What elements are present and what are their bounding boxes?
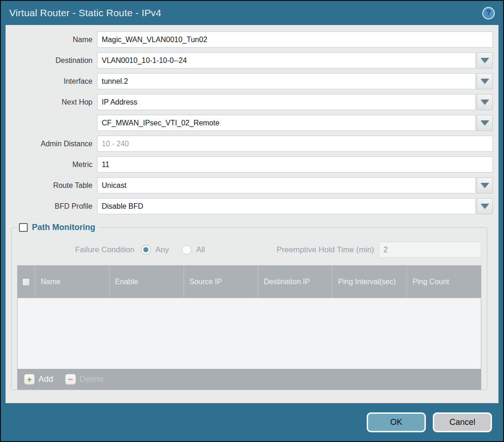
column-header-source-ip[interactable]: Source IP [184,266,258,298]
chevron-down-icon [481,183,489,188]
radio-all-label: All [196,245,205,255]
radio-all[interactable] [182,245,191,255]
radio-any[interactable] [141,245,151,255]
route-table-label: Route Table [6,181,97,190]
bfd-profile-input[interactable] [97,198,476,214]
form-row-next-hop: Next Hop [6,94,493,110]
column-header-ping-count[interactable]: Ping Count [406,266,481,298]
name-input[interactable] [97,31,493,48]
chevron-down-icon [481,79,489,84]
path-monitoring-section: Path Monitoring Failure Condition Any Al… [11,223,487,390]
column-header-ping-interval[interactable]: Ping Interval(sec) [332,266,406,298]
form-row-interface: Interface [6,73,493,89]
bfd-profile-label: BFD Profile [6,202,97,211]
next-hop-label: Next Hop [6,98,97,106]
route-table-dropdown-button[interactable] [477,177,493,193]
dialog-footer: OK Cancel [1,403,503,441]
cancel-button[interactable]: Cancel [433,412,492,432]
preemptive-hold-time-label: Preemptive Hold Time (min) [277,245,379,255]
failure-condition-label: Failure Condition [17,245,141,255]
dialog-content: Name Destination Interface Next Hop [6,25,498,403]
form-row-metric: Metric [6,156,493,173]
add-button[interactable]: + Add [24,374,53,385]
metric-label: Metric [6,161,97,169]
chevron-down-icon [481,100,489,105]
destination-dropdown-button[interactable] [477,52,493,68]
admin-distance-input[interactable] [97,136,493,152]
next-hop-address-dropdown-button[interactable] [477,115,493,131]
interface-input[interactable] [97,73,476,89]
path-monitoring-legend: Path Monitoring [18,223,99,232]
route-table-input[interactable] [97,177,476,193]
dialog-title: Virtual Router - Static Route - IPv4 [9,7,482,19]
ok-button[interactable]: OK [367,412,426,432]
path-monitoring-checkbox[interactable] [19,223,28,232]
destination-input[interactable] [97,52,476,68]
dialog-titlebar: Virtual Router - Static Route - IPv4 ? [1,1,503,25]
table-header-row: Name Enable Source IP Destination IP Pin… [18,266,481,298]
name-label: Name [6,36,97,44]
interface-label: Interface [6,77,97,86]
delete-button-label: Delete [80,374,104,384]
preemptive-hold-time-input[interactable] [379,242,481,258]
radio-any-label: Any [155,245,169,255]
interface-dropdown-button[interactable] [477,73,493,89]
select-all-checkbox[interactable] [22,278,30,286]
help-icon[interactable]: ? [482,7,495,19]
column-header-destination-ip[interactable]: Destination IP [258,266,332,298]
delete-button[interactable]: − Delete [65,374,104,385]
add-icon: + [24,374,35,385]
bfd-profile-dropdown-button[interactable] [477,198,493,214]
failure-condition-row: Failure Condition Any All Preemptive Hol… [17,242,481,258]
column-header-name[interactable]: Name [35,266,109,298]
metric-input[interactable] [97,156,493,173]
static-route-dialog: Virtual Router - Static Route - IPv4 ? N… [0,0,504,442]
path-monitoring-title: Path Monitoring [32,223,95,232]
form-row-next-hop-address [6,115,493,131]
table-header-checkbox-cell [18,266,35,298]
next-hop-address-input[interactable] [97,115,476,131]
table-body-empty [18,298,481,369]
next-hop-type-dropdown-button[interactable] [477,94,493,110]
form-row-name: Name [6,31,493,48]
admin-distance-label: Admin Distance [6,140,97,148]
chevron-down-icon [481,58,489,63]
form-row-route-table: Route Table [6,177,493,193]
path-monitoring-table: Name Enable Source IP Destination IP Pin… [17,265,481,390]
form-row-admin-distance: Admin Distance [6,136,493,152]
chevron-down-icon [481,120,489,125]
chevron-down-icon [481,204,489,209]
form-row-bfd-profile: BFD Profile [6,198,493,214]
table-toolbar: + Add − Delete [18,369,481,390]
form-row-destination: Destination [6,52,493,68]
add-button-label: Add [38,374,53,384]
next-hop-type-input[interactable] [97,94,476,110]
delete-icon: − [65,374,76,385]
column-header-enable[interactable]: Enable [109,266,184,298]
destination-label: Destination [6,56,97,65]
